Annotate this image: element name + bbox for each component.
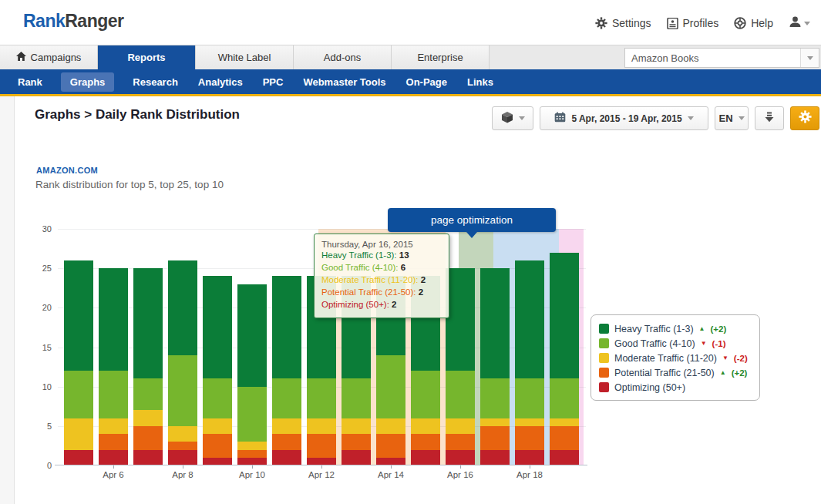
bar-segment[interactable] xyxy=(376,418,405,434)
bar-segment[interactable] xyxy=(307,418,336,434)
bar-segment[interactable] xyxy=(550,426,579,450)
bar-segment[interactable] xyxy=(64,418,93,450)
bar-segment[interactable] xyxy=(411,450,440,465)
language-selector[interactable]: EN xyxy=(715,106,749,130)
legend-item-potential[interactable]: Potential Traffic (21-50) ▲ (+2) xyxy=(599,365,752,380)
subnav-links[interactable]: Links xyxy=(466,72,495,92)
bar-segment[interactable] xyxy=(133,410,163,425)
bar-segment[interactable] xyxy=(480,426,510,450)
bar-segment[interactable] xyxy=(64,260,93,371)
bar-segment[interactable] xyxy=(168,426,197,442)
bar-segment[interactable] xyxy=(446,268,475,371)
chevron-down-icon xyxy=(739,116,745,120)
subnav-research[interactable]: Research xyxy=(131,72,180,92)
bar-segment[interactable] xyxy=(133,426,163,450)
legend-item-moderate[interactable]: Moderate Traffic (11-20) ▼ (-2) xyxy=(599,351,752,365)
bar-segment[interactable] xyxy=(550,450,579,465)
legend-item-optimizing[interactable]: Optimizing (50+) xyxy=(599,380,752,395)
bar-segment[interactable] xyxy=(515,378,544,418)
subnav-rank[interactable]: Rank xyxy=(16,72,44,92)
tab-enterprise[interactable]: Enterprise xyxy=(392,45,490,70)
bar-segment[interactable] xyxy=(272,450,301,465)
bar-segment[interactable] xyxy=(446,434,475,449)
bar-segment[interactable] xyxy=(168,355,197,426)
bar-segment[interactable] xyxy=(446,418,475,434)
user-menu[interactable] xyxy=(789,15,810,31)
tab-campaigns[interactable]: Campaigns xyxy=(0,45,98,70)
bar-segment[interactable] xyxy=(550,253,579,379)
annotation-callout[interactable]: page optimization xyxy=(388,208,556,232)
bar-segment[interactable] xyxy=(272,378,301,418)
bar-segment[interactable] xyxy=(99,418,128,434)
bar-segment[interactable] xyxy=(168,260,197,355)
bar-segment[interactable] xyxy=(515,426,544,450)
bar-segment[interactable] xyxy=(168,450,197,465)
subnav-webmaster-tools[interactable]: Webmaster Tools xyxy=(301,72,387,92)
bar-segment[interactable] xyxy=(203,276,232,378)
bar-segment[interactable] xyxy=(480,450,510,465)
bar-segment[interactable] xyxy=(515,450,544,465)
bar-segment[interactable] xyxy=(64,450,93,465)
tab-reports[interactable]: Reports xyxy=(98,45,196,70)
bar-segment[interactable] xyxy=(376,434,405,458)
bar-segment[interactable] xyxy=(480,418,510,426)
collapsed-sidebar[interactable] xyxy=(0,96,15,504)
bar-segment[interactable] xyxy=(99,268,128,371)
bar-segment[interactable] xyxy=(99,371,128,418)
bar-segment[interactable] xyxy=(203,418,232,434)
bar-segment[interactable] xyxy=(376,355,405,418)
bar-segment[interactable] xyxy=(99,450,128,465)
download-button[interactable] xyxy=(755,106,784,130)
subnav-analytics[interactable]: Analytics xyxy=(197,72,244,92)
bar-segment[interactable] xyxy=(133,268,163,378)
legend-item-heavy[interactable]: Heavy Traffic (1-3) ▲ (+2) xyxy=(599,321,752,336)
bar-segment[interactable] xyxy=(480,268,510,378)
bar-segment[interactable] xyxy=(307,378,336,418)
rankranger-logo[interactable]: RankRanger xyxy=(23,11,124,32)
report-type-button[interactable] xyxy=(492,106,533,130)
bar-segment[interactable] xyxy=(550,378,579,418)
help-link[interactable]: Help xyxy=(734,17,773,29)
bar-segment[interactable] xyxy=(550,418,579,426)
bar-segment[interactable] xyxy=(272,418,301,434)
bar-segment[interactable] xyxy=(480,378,510,418)
bar-segment[interactable] xyxy=(411,371,440,418)
bar-segment[interactable] xyxy=(342,418,371,434)
date-range-picker[interactable]: 5 Apr, 2015 - 19 Apr, 2015 xyxy=(540,106,708,130)
bar-segment[interactable] xyxy=(133,450,163,465)
tab-add-ons[interactable]: Add-ons xyxy=(294,45,392,70)
bar-segment[interactable] xyxy=(342,434,371,449)
bar-segment[interactable] xyxy=(237,442,267,449)
tab-white-label[interactable]: White Label xyxy=(196,45,294,70)
bar-segment[interactable] xyxy=(237,450,267,458)
bar-segment[interactable] xyxy=(515,418,544,426)
bar-segment[interactable] xyxy=(411,434,440,449)
bar-segment[interactable] xyxy=(133,378,163,410)
bar-segment[interactable] xyxy=(203,378,232,418)
subnav-ppc[interactable]: PPC xyxy=(261,72,285,92)
bar-segment[interactable] xyxy=(342,378,371,418)
bar-segment[interactable] xyxy=(237,387,267,442)
bar-segment[interactable] xyxy=(411,418,440,434)
bar-segment[interactable] xyxy=(272,434,301,449)
legend-item-good[interactable]: Good Traffic (4-10) ▼ (-1) xyxy=(599,336,752,351)
bar-segment[interactable] xyxy=(515,260,544,379)
settings-link[interactable]: Settings xyxy=(595,17,651,29)
bar-segment[interactable] xyxy=(99,434,128,449)
profiles-link[interactable]: Profiles xyxy=(667,17,719,29)
campaign-selector[interactable]: Amazon Books xyxy=(624,48,819,68)
bar-segment[interactable] xyxy=(307,434,336,458)
bar-segment[interactable] xyxy=(446,371,475,418)
subnav-graphs[interactable]: Graphs xyxy=(61,72,115,92)
bar-segment[interactable] xyxy=(64,371,93,418)
subnav-on-page[interactable]: On-Page xyxy=(405,72,449,92)
bar-segment[interactable] xyxy=(203,434,232,458)
bar-segment[interactable] xyxy=(342,450,371,465)
bar-segment[interactable] xyxy=(446,450,475,465)
chart-settings-button[interactable] xyxy=(790,106,819,130)
bar-segment[interactable] xyxy=(272,276,301,378)
site-label[interactable]: AMAZON.COM xyxy=(36,166,98,175)
bar-segment[interactable] xyxy=(237,284,267,387)
bar-segment[interactable] xyxy=(168,442,197,449)
campaign-selector-caret[interactable] xyxy=(800,49,819,67)
